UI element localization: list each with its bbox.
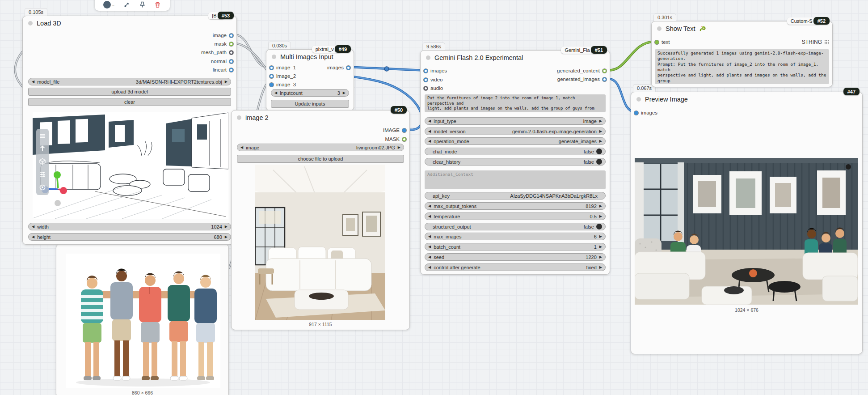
combo-right-arrow-icon[interactable] xyxy=(225,235,228,239)
slot-dot[interactable] xyxy=(229,68,233,72)
combo-right-arrow-icon[interactable] xyxy=(599,215,602,218)
collapse-dot[interactable] xyxy=(636,97,641,102)
slot-dot[interactable] xyxy=(634,111,638,115)
node-header[interactable]: Load 3D xyxy=(23,16,236,30)
combo-left-arrow-icon[interactable] xyxy=(428,130,431,133)
combo-right-arrow-icon[interactable] xyxy=(599,245,602,249)
slot-dot[interactable] xyxy=(424,69,428,73)
cube-icon[interactable] xyxy=(39,158,46,165)
slot-dot[interactable] xyxy=(270,83,274,87)
combo-right-arrow-icon[interactable] xyxy=(599,119,602,123)
node-image3[interactable]: 860 × 666 xyxy=(56,244,229,395)
slot-dot[interactable] xyxy=(229,42,233,46)
slot-dot[interactable] xyxy=(655,40,659,44)
additional-context-textarea[interactable]: Additional_Context xyxy=(425,170,606,189)
combo-left-arrow-icon[interactable] xyxy=(428,245,431,249)
choose-file-button[interactable]: choose file to upload xyxy=(237,155,404,163)
widget-clear-history[interactable]: clear_history false xyxy=(425,158,606,166)
node-canvas[interactable]: ⌄ xyxy=(0,0,868,395)
combo-right-arrow-icon[interactable] xyxy=(599,235,602,238)
widget-max-images[interactable]: max_images 6 xyxy=(425,233,606,240)
slot-dot[interactable] xyxy=(346,66,350,70)
widget-chat-mode[interactable]: chat_mode false xyxy=(425,148,606,155)
combo-left-arrow-icon[interactable] xyxy=(428,119,431,123)
slot-dot[interactable] xyxy=(229,51,233,55)
widget-input-type[interactable]: input_type image xyxy=(425,117,606,125)
slot-dot[interactable] xyxy=(402,137,406,141)
combo-right-arrow-icon[interactable] xyxy=(343,91,346,95)
slot-dot[interactable] xyxy=(229,34,233,38)
clear-button[interactable]: clear xyxy=(28,98,231,106)
widget-seed[interactable]: seed 1220 xyxy=(425,253,606,261)
3d-viewport[interactable] xyxy=(33,112,228,219)
result-text-area[interactable]: Successfully generated 1 images using ge… xyxy=(655,49,829,84)
widget-api-key[interactable]: api_key AIzaSyDDG14NSAPKnA3bDaLrgkR8Lx xyxy=(425,192,606,200)
slot-dot[interactable] xyxy=(424,78,428,82)
toggle-dot[interactable] xyxy=(596,159,602,165)
slot-dot[interactable] xyxy=(603,77,607,81)
combo-left-arrow-icon[interactable] xyxy=(32,80,34,84)
combo-left-arrow-icon[interactable] xyxy=(428,235,431,238)
collapse-dot[interactable] xyxy=(237,115,241,120)
slot-dot[interactable] xyxy=(402,128,406,132)
collapse-dot[interactable] xyxy=(657,26,662,31)
node-image2[interactable]: #50 image 2 IMAGE MASK image livingroom0… xyxy=(231,110,410,330)
pin-button[interactable] xyxy=(139,1,146,8)
node-header[interactable]: Preview Image xyxy=(631,92,862,106)
slot-dot[interactable] xyxy=(424,86,428,90)
upload-3d-model-button[interactable]: upload 3d model xyxy=(28,88,231,96)
slot-dot[interactable] xyxy=(270,74,274,78)
prompt-textarea[interactable]: Put the furnitures of image_2 into the r… xyxy=(425,94,606,112)
combo-left-arrow-icon[interactable] xyxy=(32,225,34,229)
widget-image[interactable]: image livingroom02.JPG xyxy=(237,144,404,151)
widget-width[interactable]: width 1024 xyxy=(28,223,231,230)
combo-left-arrow-icon[interactable] xyxy=(428,140,431,143)
combo-left-arrow-icon[interactable] xyxy=(428,204,431,208)
node-color-picker-button[interactable]: ⌄ xyxy=(103,1,115,8)
widget-inputcount[interactable]: inputcount 3 xyxy=(271,89,349,97)
sliders-icon[interactable] xyxy=(39,171,46,178)
combo-right-arrow-icon[interactable] xyxy=(599,130,602,133)
combo-left-arrow-icon[interactable] xyxy=(428,266,431,269)
widget-batch-count[interactable]: batch_count 1 xyxy=(425,243,606,251)
combo-left-arrow-icon[interactable] xyxy=(428,215,431,218)
collapse-dot[interactable] xyxy=(272,55,276,59)
delete-button[interactable] xyxy=(154,1,161,8)
widget-control-after-generate[interactable]: control after generate fixed xyxy=(425,263,606,271)
combo-right-arrow-icon[interactable] xyxy=(225,225,228,229)
menu-icon[interactable] xyxy=(39,133,46,139)
node-preview-image[interactable]: 0.067s #47 Preview Image images xyxy=(631,92,863,354)
combo-left-arrow-icon[interactable] xyxy=(274,91,277,95)
combo-right-arrow-icon[interactable] xyxy=(599,255,602,259)
arrow-up-icon[interactable] xyxy=(39,145,46,152)
widget-operation-mode[interactable]: operation_mode generate_images xyxy=(425,137,606,145)
node-load3d[interactable]: 0.105s [B #53 Load 3D image mask mesh_pa… xyxy=(22,16,237,245)
node-show-text[interactable]: 0.301s Custom-S #52 Show Text text STRI xyxy=(651,21,833,87)
combo-right-arrow-icon[interactable] xyxy=(599,204,602,208)
node-gemini-flash[interactable]: 9.586s Gemini_Fla #51 Gemini Flash 2.0 E… xyxy=(420,50,610,275)
widget-model-version[interactable]: model_version gemini-2.0-flash-exp-image… xyxy=(425,127,606,135)
slot-dot[interactable] xyxy=(603,69,607,73)
toggle-dot[interactable] xyxy=(596,149,602,154)
combo-left-arrow-icon[interactable] xyxy=(428,255,431,259)
combo-right-arrow-icon[interactable] xyxy=(599,266,602,269)
bypass-button[interactable] xyxy=(123,1,131,8)
grid-handle-icon[interactable] xyxy=(824,40,829,45)
widget-temperature[interactable]: temperature 0.5 xyxy=(425,212,606,220)
collapse-dot[interactable] xyxy=(426,55,430,60)
combo-left-arrow-icon[interactable] xyxy=(32,235,34,239)
toggle-dot[interactable] xyxy=(596,224,602,229)
collapse-dot[interactable] xyxy=(28,21,33,25)
combo-right-arrow-icon[interactable] xyxy=(599,140,602,143)
combo-left-arrow-icon[interactable] xyxy=(240,146,243,149)
update-inputs-button[interactable]: Update inputs xyxy=(271,100,349,108)
slot-dot[interactable] xyxy=(229,59,233,64)
widget-structured-output[interactable]: structured_output false xyxy=(425,223,606,230)
focus-eye-icon[interactable] xyxy=(39,184,46,191)
slot-dot[interactable] xyxy=(270,66,274,70)
combo-right-arrow-icon[interactable] xyxy=(225,80,228,84)
widget-height[interactable]: height 680 xyxy=(28,233,231,241)
widget-max-output-tokens[interactable]: max_output_tokens 8192 xyxy=(425,202,606,210)
combo-right-arrow-icon[interactable] xyxy=(398,146,400,149)
widget-model-file[interactable]: model_file 3d/MAISON-RHI-EXPORT2textures… xyxy=(28,78,231,85)
